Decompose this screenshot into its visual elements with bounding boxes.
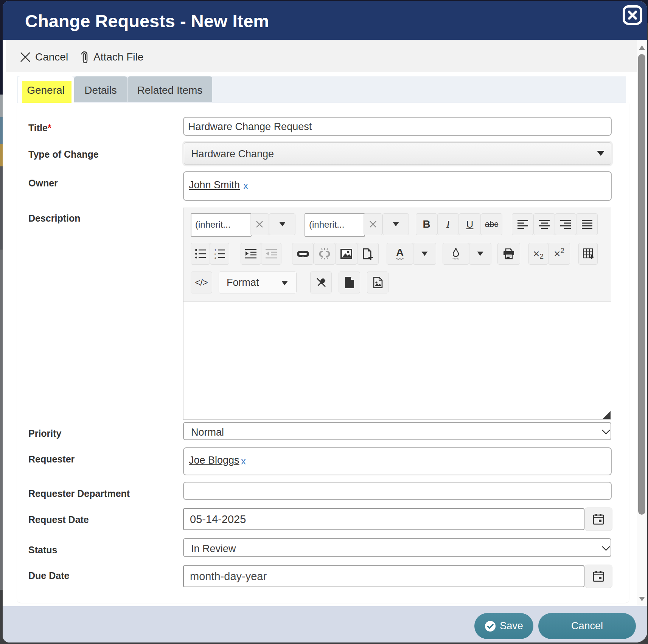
svg-text:2: 2 (214, 252, 216, 256)
svg-text:1: 1 (214, 248, 216, 252)
svg-text:3: 3 (214, 256, 216, 259)
svg-text:A: A (396, 247, 404, 258)
